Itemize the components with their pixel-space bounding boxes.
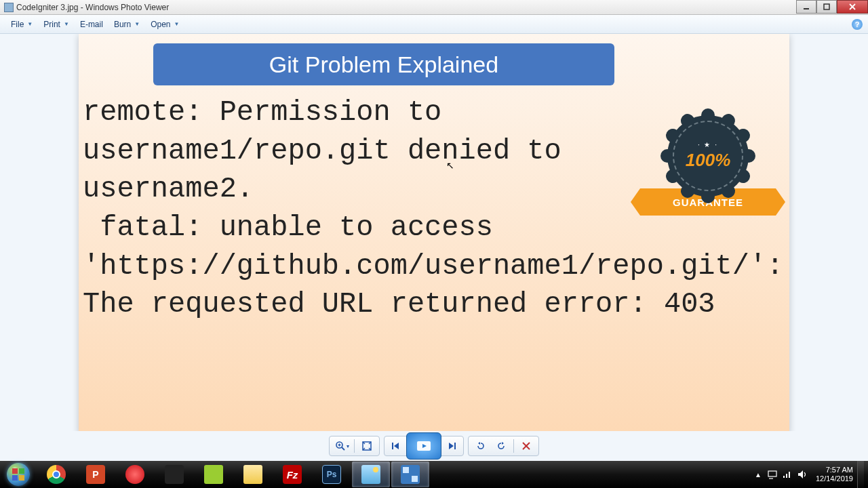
svg-rect-21 [768, 471, 776, 476]
svg-rect-22 [783, 476, 785, 478]
viewer-canvas[interactable]: Git Problem Explained remote: Permission… [0, 34, 868, 431]
window-titlebar[interactable]: CodeIgniter 3.jpg - Windows Photo Viewer [0, 0, 868, 15]
filezilla-icon: Fz [283, 465, 302, 484]
explorer-icon [243, 465, 262, 484]
taskbar: P Fz Ps ▲ 7:57 AM 12/14/2019 [0, 461, 868, 488]
window-title: CodeIgniter 3.jpg - Windows Photo Viewer [16, 3, 796, 12]
taskbar-notepadpp[interactable] [195, 462, 233, 487]
chevron-down-icon: ▼ [134, 21, 140, 27]
svg-marker-18 [502, 442, 504, 445]
svg-point-5 [701, 108, 715, 122]
guarantee-badge: GUARANTEE [640, 108, 776, 244]
tray-show-hidden-button[interactable]: ▲ [753, 470, 763, 479]
opera-icon [125, 465, 144, 484]
svg-marker-12 [394, 443, 399, 449]
minimize-button[interactable] [796, 0, 816, 14]
menu-file[interactable]: File▼ [5, 17, 38, 32]
chrome-icon [47, 465, 66, 484]
chevron-down-icon: ▼ [64, 21, 69, 27]
taskbar-explorer[interactable] [234, 462, 272, 487]
photoviewer-icon [361, 465, 380, 484]
menu-open[interactable]: Open▼ [145, 17, 184, 32]
network-icon[interactable] [782, 469, 793, 480]
badge-percent: 100% [686, 150, 731, 171]
taskbar-switcher[interactable] [391, 462, 429, 487]
taskbar-opera[interactable] [116, 462, 154, 487]
nbc-icon [165, 465, 184, 484]
play-slideshow-button[interactable] [406, 432, 441, 460]
next-button[interactable] [443, 438, 462, 454]
svg-rect-24 [789, 472, 790, 478]
show-desktop-button[interactable] [857, 461, 864, 488]
svg-rect-1 [824, 4, 829, 9]
switcher-icon [401, 465, 420, 484]
system-tray: ▲ 7:57 AM 12/14/2019 [753, 461, 868, 488]
taskbar-filezilla[interactable]: Fz [273, 462, 311, 487]
zoom-button[interactable]: ▾ [332, 438, 351, 454]
menubar: File▼ Print▼ E-mail Burn▼ Open▼ ? [0, 15, 868, 34]
menu-email[interactable]: E-mail [75, 17, 108, 32]
volume-icon[interactable] [797, 469, 808, 480]
chevron-down-icon: ▼ [174, 21, 180, 27]
taskbar-photoviewer[interactable] [352, 462, 390, 487]
rotate-cw-button[interactable] [492, 438, 511, 454]
taskbar-apps: P Fz Ps [37, 461, 430, 488]
svg-rect-11 [392, 443, 393, 449]
displayed-image: Git Problem Explained remote: Permission… [79, 34, 789, 431]
action-center-icon[interactable] [767, 469, 778, 480]
menu-burn[interactable]: Burn▼ [108, 17, 145, 32]
tray-time: 7:57 AM [816, 466, 853, 474]
cursor-icon: ↖ [446, 160, 454, 171]
photoshop-icon: Ps [322, 465, 341, 484]
windows-logo-icon [7, 463, 30, 486]
fit-button[interactable] [357, 438, 376, 454]
powerpoint-icon: P [86, 465, 105, 484]
taskbar-powerpoint[interactable]: P [77, 462, 115, 487]
svg-rect-23 [786, 474, 787, 478]
maximize-button[interactable] [816, 0, 837, 14]
start-button[interactable] [0, 461, 37, 488]
photo-viewer-window: CodeIgniter 3.jpg - Windows Photo Viewer… [0, 0, 868, 461]
tray-date: 12/14/2019 [816, 474, 853, 483]
svg-marker-25 [798, 470, 803, 479]
tray-clock[interactable]: 7:57 AM 12/14/2019 [812, 466, 857, 483]
star-icon: · ★ · [698, 141, 718, 148]
svg-marker-17 [478, 442, 480, 445]
close-button[interactable] [837, 0, 868, 14]
app-icon [4, 3, 14, 12]
svg-marker-15 [449, 443, 454, 449]
help-icon[interactable]: ? [852, 19, 863, 30]
slide-banner: Git Problem Explained [153, 43, 614, 85]
taskbar-chrome[interactable] [37, 462, 75, 487]
notepadpp-icon [204, 465, 223, 484]
taskbar-photoshop[interactable]: Ps [313, 462, 351, 487]
chevron-down-icon: ▼ [27, 21, 33, 27]
menu-print[interactable]: Print▼ [38, 17, 75, 32]
delete-button[interactable] [517, 438, 536, 454]
prev-button[interactable] [386, 438, 405, 454]
svg-rect-16 [454, 443, 456, 449]
svg-line-7 [342, 447, 344, 450]
viewer-toolbar: ▾ [0, 431, 868, 461]
taskbar-app-4[interactable] [155, 462, 193, 487]
rotate-ccw-button[interactable] [471, 438, 490, 454]
